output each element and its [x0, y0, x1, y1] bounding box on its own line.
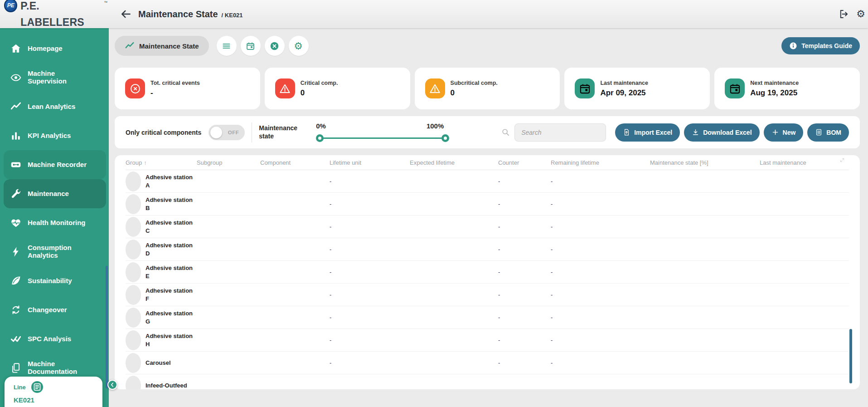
chevron-down-icon[interactable]: [126, 240, 141, 260]
sidebar-item-changeover[interactable]: Changeover: [4, 295, 106, 324]
stat-card-tot-critical-events: Tot. critical events -: [115, 68, 260, 109]
table-row-adhesive-station-d[interactable]: Adhesive station D - - -: [126, 238, 849, 261]
cell-remaining-lifetime: -: [551, 178, 650, 185]
resize-corner-icon[interactable]: [839, 157, 845, 163]
column-header-maintenance-state-[interactable]: Maintenance state [%]: [650, 159, 760, 166]
stat-value: 0: [301, 88, 338, 98]
info-icon: [789, 42, 797, 50]
app-window: PE P.E. LABELLERS ™ Maintenance State / …: [0, 0, 868, 407]
templates-guide-label: Templates Guide: [801, 42, 852, 49]
leaf-icon: [10, 275, 22, 287]
line-value: KE021: [14, 396, 102, 404]
slider-handle-max[interactable]: [441, 134, 449, 142]
sidebar-item-homepage[interactable]: Homepage: [4, 34, 106, 63]
refresh-icon: [10, 304, 22, 316]
stat-label: Critical comp.: [301, 80, 338, 86]
table-row-adhesive-station-e[interactable]: Adhesive station E - - -: [126, 261, 849, 284]
table-row-adhesive-station-h[interactable]: Adhesive station H - - -: [126, 329, 849, 352]
cell-counter: -: [498, 359, 551, 366]
column-header-expected-lifetime[interactable]: Expected lifetime: [410, 159, 498, 166]
close-circle-icon-button[interactable]: [265, 36, 285, 56]
page-title: Maintenance State: [138, 9, 218, 20]
line-label: Line: [14, 384, 26, 391]
toolbar-row: Maintenance State ⚙ Templates Guide: [115, 35, 860, 57]
download-excel-button[interactable]: Download Excel: [684, 123, 759, 142]
column-header-component[interactable]: Component: [260, 159, 330, 166]
new-button[interactable]: New: [764, 123, 804, 142]
chevron-down-icon[interactable]: [126, 353, 141, 373]
table-row-adhesive-station-c[interactable]: Adhesive station C - - -: [126, 216, 849, 238]
sidebar-item-machine-supervision[interactable]: Machine Supervision: [4, 63, 106, 92]
sidebar-item-label: Machine Documentation: [28, 360, 91, 376]
table-row-adhesive-station-f[interactable]: Adhesive station F - - -: [126, 284, 849, 306]
chevron-down-icon[interactable]: [126, 217, 141, 237]
sidebar-item-kpi-analytics[interactable]: KPI Analytics: [4, 121, 106, 150]
cell-lifetime-unit: -: [330, 178, 410, 185]
table-row-adhesive-station-a[interactable]: Adhesive station A - - -: [126, 170, 849, 193]
sidebar-item-label: Consumption Analytics: [28, 244, 91, 260]
cell-remaining-lifetime: -: [551, 246, 650, 253]
chevron-down-icon[interactable]: [126, 285, 141, 305]
button-label: BOM: [826, 129, 841, 136]
group-name: Adhesive station A: [145, 173, 195, 189]
line-selector-card[interactable]: Line KE021: [5, 377, 102, 407]
sidebar-collapse-button[interactable]: [107, 380, 117, 390]
sidebar-item-machine-recorder[interactable]: Machine Recorder: [4, 150, 106, 179]
sidebar-item-health-monitoring[interactable]: Health Monitoring: [4, 208, 106, 237]
chevron-down-icon[interactable]: [126, 262, 141, 282]
divider: [252, 123, 252, 142]
sidebar-item-spc-analysis[interactable]: SPC Analysis: [4, 324, 106, 353]
tab-maintenance-state[interactable]: Maintenance State: [115, 36, 209, 56]
menu-icon-button[interactable]: [217, 36, 237, 56]
table-row-adhesive-station-b[interactable]: Adhesive station B - - -: [126, 193, 849, 216]
column-header-last-maintenance[interactable]: Last maintenance: [760, 159, 849, 166]
sidebar-item-label: Homepage: [28, 45, 91, 53]
column-header-subgroup[interactable]: Subgroup: [197, 159, 260, 166]
logo-text: P.E. LABELLERS: [20, 0, 104, 30]
sidebar-item-label: KPI Analytics: [28, 132, 91, 140]
sidebar-item-maintenance[interactable]: Maintenance: [4, 179, 106, 208]
column-header-group[interactable]: Group↑: [126, 159, 197, 166]
table-row-carousel[interactable]: Carousel - - -: [126, 352, 849, 374]
chevron-down-icon[interactable]: [126, 376, 141, 390]
chevron-down-icon[interactable]: [126, 194, 141, 214]
search-input[interactable]: [514, 123, 606, 142]
import-excel-icon: [623, 128, 630, 136]
table-header-row: Group↑SubgroupComponentLifetime unitExpe…: [126, 155, 849, 170]
calendar-icon-button[interactable]: [241, 36, 261, 56]
slider-handle-min[interactable]: [316, 134, 324, 142]
slider-min-label: 0%: [316, 122, 326, 130]
sidebar-item-sustainability[interactable]: Sustainability: [4, 266, 106, 295]
sidebar-item-lean-analytics[interactable]: Lean Analytics: [4, 92, 106, 121]
back-arrow-icon[interactable]: [120, 8, 132, 20]
sidebar-item-label: Sustainability: [28, 277, 91, 285]
column-header-counter[interactable]: Counter: [498, 159, 551, 166]
chevron-down-icon[interactable]: [126, 172, 141, 191]
bom-icon: [815, 128, 823, 136]
cell-counter: -: [498, 314, 551, 321]
table-scrollbar[interactable]: [849, 329, 852, 383]
stat-card-critical-comp-: Critical comp. 0: [265, 68, 410, 109]
stat-label: Subcritical comp.: [451, 80, 498, 86]
table-row-adhesive-station-g[interactable]: Adhesive station G - - -: [126, 306, 849, 329]
templates-guide-button[interactable]: Templates Guide: [781, 37, 860, 54]
topbar-actions: ⚙: [839, 9, 868, 20]
stat-value: Apr 09, 2025: [600, 88, 648, 98]
bom-button[interactable]: BOM: [807, 123, 849, 142]
cell-counter: -: [498, 291, 551, 298]
chevron-down-icon[interactable]: [126, 330, 141, 350]
sidebar-item-consumption-analytics[interactable]: Consumption Analytics: [4, 237, 106, 266]
logout-icon[interactable]: [839, 9, 849, 20]
sidebar-scrollbar[interactable]: [106, 266, 108, 388]
line-list-icon: [31, 381, 43, 393]
column-header-lifetime-unit[interactable]: Lifetime unit: [330, 159, 410, 166]
column-header-remaining-lifetime[interactable]: Remaining lifetime: [551, 159, 650, 166]
import-excel-button[interactable]: Import Excel: [615, 123, 680, 142]
critical-toggle[interactable]: OFF: [209, 125, 245, 140]
wrench-icon: [10, 188, 22, 200]
gear-icon-button[interactable]: ⚙: [289, 36, 309, 56]
group-name: Adhesive station F: [145, 287, 195, 303]
table-row-infeed-outfeed[interactable]: Infeed-Outfeed: [126, 374, 849, 389]
chevron-down-icon[interactable]: [126, 308, 141, 328]
gear-icon[interactable]: ⚙: [855, 9, 866, 20]
